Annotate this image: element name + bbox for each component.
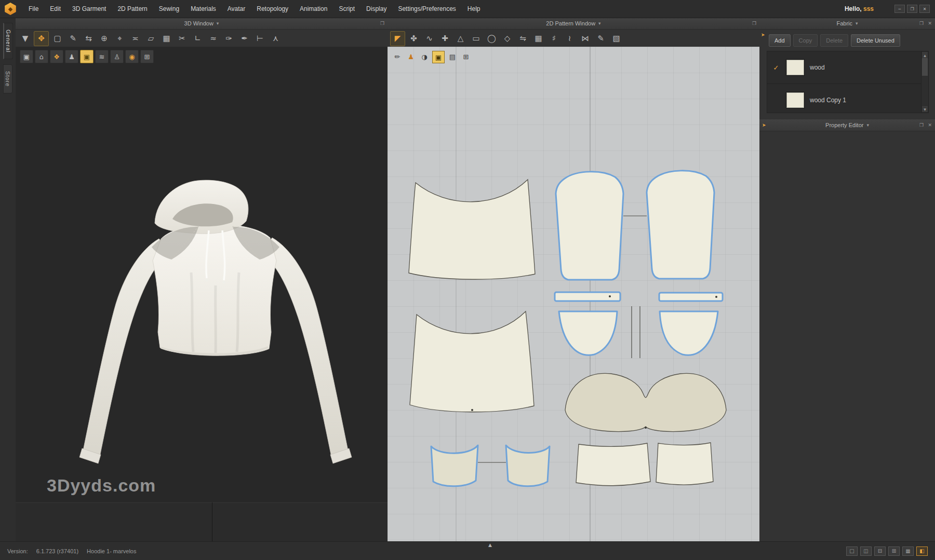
delete-unused-button[interactable]: Delete Unused (851, 34, 900, 47)
pattern-waistband-left[interactable] (431, 445, 478, 486)
pattern-hem-panel-left[interactable] (576, 443, 650, 486)
pattern-cuff-strip-right[interactable] (659, 293, 723, 301)
transform-pattern-icon[interactable]: ◤ (390, 31, 405, 46)
show-pattern-toggle-icon[interactable]: ▣ (80, 50, 94, 63)
menu-retopology[interactable]: Retopology (251, 0, 294, 18)
pin-icon[interactable]: ⊕ (97, 32, 111, 46)
pattern-sleeve-left[interactable] (556, 172, 623, 280)
layout-two-pane-icon[interactable]: ◫ (860, 547, 872, 556)
add-fabric-button[interactable]: Add (769, 34, 791, 47)
print-layout-icon[interactable]: ⊞ (460, 51, 472, 62)
sewing-icon[interactable]: ≀ (563, 32, 577, 46)
arrangement-grid-icon[interactable]: ▦ (159, 32, 173, 46)
pattern-hood-side-left[interactable] (559, 311, 617, 355)
3d-viewport[interactable]: ▣ ⌂ ❖ ♟ ▣ ≋ ♙ ◉ ⊞ (16, 47, 388, 542)
menu-materials[interactable]: Materials (185, 0, 222, 18)
show-garment-icon[interactable]: ▣ (20, 50, 33, 63)
maximize-icon[interactable]: ❐ (907, 5, 917, 13)
pen-3d-icon[interactable]: ✎ (66, 32, 80, 46)
layout-split-h-icon[interactable]: ⊟ (874, 547, 886, 556)
copy-fabric-button[interactable]: Copy (793, 34, 818, 47)
chevron-down-icon[interactable]: ▾ (856, 21, 858, 26)
fabric-list-item[interactable]: wood Copy 1 (767, 84, 928, 113)
2d-window-header[interactable]: 2D Pattern Window ▾ ❐ (388, 18, 759, 30)
stylus-icon[interactable]: ✒ (237, 32, 251, 46)
show-2d-pattern-icon[interactable]: ▣ (432, 51, 445, 63)
menu-avatar[interactable]: Avatar (222, 0, 251, 18)
pattern-waistband-right[interactable] (506, 445, 550, 486)
layout-custom-icon[interactable]: ◧ (916, 547, 928, 556)
fabric-swatch[interactable] (786, 59, 805, 76)
popout-icon[interactable]: ❐ (919, 122, 924, 128)
menu-sewing[interactable]: Sewing (153, 0, 185, 18)
polygon-icon[interactable]: △ (453, 32, 468, 46)
pose-walk-icon[interactable]: ⋏ (269, 32, 283, 46)
pattern-bodice-front[interactable] (410, 311, 534, 412)
pattern-pieces-svg[interactable] (388, 47, 759, 542)
menu-2d-pattern[interactable]: 2D Pattern (112, 0, 153, 18)
property-editor-header[interactable]: ➤ Property Editor ▾ ❐ ✕ (759, 119, 935, 131)
chevron-down-icon[interactable]: ▾ (866, 122, 869, 128)
chevron-down-icon[interactable]: ▾ (217, 21, 219, 26)
gizmo-icon[interactable]: ⌖ (113, 32, 127, 46)
rectangle-icon[interactable]: ▭ (469, 32, 483, 46)
edit-curvature-icon[interactable]: ∿ (422, 32, 436, 46)
steam-icon[interactable]: ≈ (206, 32, 220, 46)
dock-collapse-arrow-icon[interactable]: ➤ (761, 32, 765, 37)
scrollbar-thumb[interactable] (922, 58, 928, 76)
select-mesh-icon[interactable]: ▢ (50, 32, 64, 46)
sync-pose-icon[interactable]: ⇆ (82, 32, 96, 46)
pen-2d-icon[interactable]: ✎ (594, 32, 608, 46)
pattern-sleeve-right[interactable] (647, 171, 714, 279)
popout-icon[interactable]: ❐ (752, 21, 756, 26)
menu-script[interactable]: Script (333, 0, 360, 18)
layout-grid-icon[interactable]: ⊞ (888, 547, 900, 556)
menu-edit[interactable]: Edit (44, 0, 66, 18)
edit-texture-icon[interactable]: ✏ (392, 51, 403, 62)
pleats-icon[interactable]: ♯ (547, 32, 561, 46)
measure-grid-icon[interactable]: ⊞ (140, 50, 154, 63)
2d-pattern-canvas[interactable]: ✏ ♟ ◑ ▣ ▤ ⊞ (388, 47, 759, 542)
add-point-icon[interactable]: ✚ (438, 32, 452, 46)
avatar-2d-icon[interactable]: ♟ (405, 51, 417, 62)
fabric-list-scrollbar[interactable]: ▲ ▼ (921, 51, 928, 113)
free-sewing-icon[interactable]: ⋈ (578, 32, 592, 46)
sidebar-tab-general[interactable]: General (3, 23, 13, 59)
garment-2d-icon[interactable]: ▧ (609, 32, 623, 46)
pattern-hem-panel-right[interactable] (656, 443, 713, 485)
pattern-hood-main[interactable] (565, 373, 726, 431)
select-move-icon[interactable]: ✥ (34, 31, 49, 46)
scroll-up-icon[interactable]: ▲ (921, 51, 928, 59)
fabric-swatch[interactable] (786, 92, 805, 108)
garment-3d-view[interactable] (68, 176, 369, 467)
annotation-icon[interactable]: ▤ (447, 51, 458, 62)
dock-collapse-arrow-icon[interactable]: ➤ (762, 122, 766, 128)
mannequin-icon[interactable]: ♙ (110, 50, 124, 63)
circle-icon[interactable]: ◯ (485, 32, 499, 46)
menu-help[interactable]: Help (462, 0, 486, 18)
layout-quad-icon[interactable]: ▦ (902, 547, 914, 556)
menu-animation[interactable]: Animation (294, 0, 333, 18)
measure-tape-icon[interactable]: ⊢ (253, 32, 267, 46)
username-text[interactable]: sss (863, 5, 874, 12)
colorway-icon[interactable]: ◑ (419, 51, 430, 62)
pen-tablet-icon[interactable]: ✑ (222, 32, 236, 46)
menu-display[interactable]: Display (360, 0, 392, 18)
edit-pattern-icon[interactable]: ✤ (407, 32, 421, 46)
sidebar-tab-store[interactable]: Store (3, 64, 12, 93)
menu-file[interactable]: File (23, 0, 44, 18)
grid-2d-icon[interactable]: ▦ (531, 32, 545, 46)
fabric-header[interactable]: Fabric ▾ ❐ ✕ (759, 18, 935, 30)
dart-icon[interactable]: ◇ (500, 32, 514, 46)
popout-icon[interactable]: ❐ (380, 21, 384, 26)
menu-3d-garment[interactable]: 3D Garment (66, 0, 112, 18)
scissors-icon[interactable]: ✂ (175, 32, 189, 46)
show-hanger-icon[interactable]: ⌂ (35, 50, 48, 63)
menu-settings-preferences[interactable]: Settings/Preferences (392, 0, 461, 18)
close-icon[interactable]: ✕ (928, 21, 932, 26)
fabric-list-item[interactable]: ✓ wood (767, 51, 928, 84)
close-icon[interactable]: ✕ (919, 5, 930, 13)
flatten-icon[interactable]: ▱ (144, 32, 158, 46)
fabric-swatch-icon[interactable]: ❖ (50, 50, 63, 63)
3d-window-header[interactable]: 3D Window ▾ ❐ (16, 18, 388, 30)
